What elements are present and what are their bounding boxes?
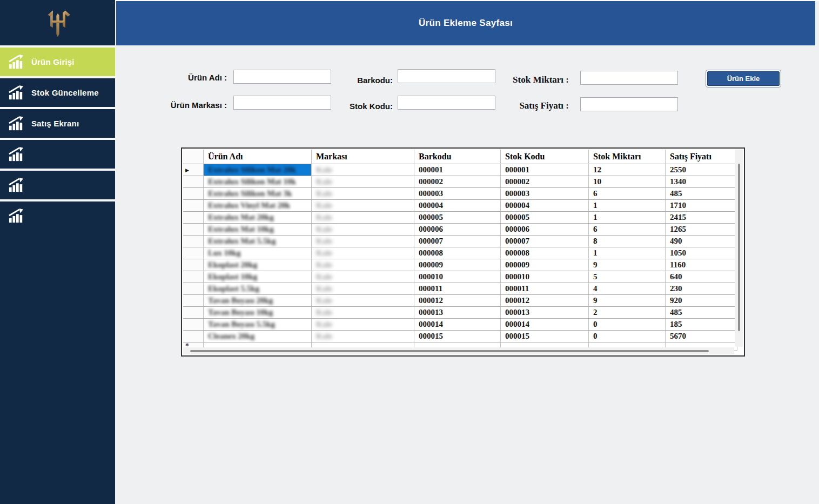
cell-markasi[interactable]: Kale: [312, 295, 414, 307]
cell-stok-miktari[interactable]: 6: [589, 224, 666, 236]
cell-stok-kodu[interactable]: 000006: [501, 224, 589, 236]
row-header-cell[interactable]: [183, 176, 204, 188]
sidebar-item-5[interactable]: [0, 169, 115, 199]
cell-stok-kodu[interactable]: 000013: [501, 307, 589, 319]
cell-stok-kodu[interactable]: 000015: [501, 331, 589, 342]
row-header-cell[interactable]: [183, 331, 204, 342]
cell-satis-fiyati[interactable]: 1050: [666, 247, 737, 259]
cell-markasi[interactable]: Kale: [312, 283, 414, 295]
cell-stok-miktari[interactable]: 5: [589, 271, 666, 283]
cell-markasi[interactable]: Kale: [312, 271, 414, 283]
cell-stok-miktari[interactable]: 10: [589, 176, 666, 188]
cell-stok-kodu[interactable]: 000004: [501, 200, 589, 212]
stok-kodu-input[interactable]: [398, 96, 495, 110]
cell-satis-fiyati[interactable]: 2415: [666, 212, 737, 224]
row-header-cell[interactable]: [183, 259, 204, 271]
column-header-stok-miktari[interactable]: Stok Miktarı: [589, 150, 666, 164]
cell-stok-kodu[interactable]: 000010: [501, 271, 589, 283]
cell-markasi[interactable]: Kale: [312, 224, 414, 236]
cell-urun-adi[interactable]: Extralux Silikon Mat 10k: [204, 176, 312, 188]
cell-stok-kodu[interactable]: 000008: [501, 247, 589, 259]
cell-barkodu[interactable]: 000001: [414, 164, 501, 176]
cell-barkodu[interactable]: 000006: [414, 224, 501, 236]
row-header-cell[interactable]: ▶: [183, 164, 204, 176]
cell-stok-kodu[interactable]: 000005: [501, 212, 589, 224]
cell-barkodu[interactable]: 000008: [414, 247, 501, 259]
cell-urun-adi[interactable]: Lux 10kg: [204, 247, 312, 259]
cell-urun-adi[interactable]: Ekoplast 10kg: [204, 271, 312, 283]
cell-urun-adi[interactable]: Tavan Boyası 5.5kg: [204, 319, 312, 331]
row-header-cell[interactable]: [183, 200, 204, 212]
cell-urun-adi[interactable]: Ekoplast 5.5kg: [204, 283, 312, 295]
row-header-cell[interactable]: [183, 224, 204, 236]
sidebar-item-6[interactable]: [0, 199, 115, 230]
cell-markasi[interactable]: Kale: [312, 176, 414, 188]
cell-urun-adi[interactable]: Ekoplast 20kg: [204, 259, 312, 271]
cell-stok-miktari[interactable]: 4: [589, 283, 666, 295]
cell-barkodu[interactable]: 000010: [414, 271, 501, 283]
cell-satis-fiyati[interactable]: 5670: [666, 331, 737, 342]
cell-barkodu[interactable]: 000003: [414, 188, 501, 200]
cell-barkodu[interactable]: 000013: [414, 307, 501, 319]
cell-markasi[interactable]: Kale: [312, 331, 414, 342]
satis-fiyati-input[interactable]: [580, 97, 678, 111]
cell-barkodu[interactable]: 000002: [414, 176, 501, 188]
barkodu-input[interactable]: [398, 69, 495, 83]
cell-stok-miktari[interactable]: 9: [589, 295, 666, 307]
column-header-satis-fiyati[interactable]: Satış Fiyatı: [666, 150, 737, 164]
cell-barkodu[interactable]: 000009: [414, 259, 501, 271]
cell-stok-kodu[interactable]: 000007: [501, 236, 589, 247]
cell-stok-miktari[interactable]: 8: [589, 236, 666, 247]
cell-urun-adi[interactable]: Extralux Silikon Mat 3k: [204, 188, 312, 200]
cell-barkodu[interactable]: 000007: [414, 236, 501, 247]
cell-markasi[interactable]: Kale: [312, 259, 414, 271]
row-header-cell[interactable]: [183, 271, 204, 283]
cell-barkodu[interactable]: 000004: [414, 200, 501, 212]
cell-satis-fiyati[interactable]: 1340: [666, 176, 737, 188]
cell-stok-kodu[interactable]: 000011: [501, 283, 589, 295]
cell-urun-adi[interactable]: Tavan Boyası 10kg: [204, 307, 312, 319]
cell-satis-fiyati[interactable]: 1265: [666, 224, 737, 236]
cell-urun-adi[interactable]: Extralux Mat 5.5kg: [204, 236, 312, 247]
cell-stok-kodu[interactable]: 000003: [501, 188, 589, 200]
cell-stok-miktari[interactable]: 1: [589, 247, 666, 259]
cell-barkodu[interactable]: 000005: [414, 212, 501, 224]
cell-satis-fiyati[interactable]: 1160: [666, 259, 737, 271]
cell-markasi[interactable]: Kale: [312, 188, 414, 200]
row-header-cell[interactable]: [183, 212, 204, 224]
cell-satis-fiyati[interactable]: 1710: [666, 200, 737, 212]
cell-urun-adi[interactable]: Extralux Mat 10kg: [204, 224, 312, 236]
column-header-urun-adi[interactable]: Ürün Adı: [204, 150, 312, 164]
horizontal-scrollbar-thumb[interactable]: [190, 350, 709, 352]
cell-satis-fiyati[interactable]: 485: [666, 188, 737, 200]
cell-stok-miktari[interactable]: 1: [589, 212, 666, 224]
stok-miktari-input[interactable]: [580, 71, 678, 85]
cell-stok-kodu[interactable]: 000012: [501, 295, 589, 307]
urun-adi-input[interactable]: [233, 70, 331, 84]
cell-stok-miktari[interactable]: 12: [589, 164, 666, 176]
cell-markasi[interactable]: Kale: [312, 307, 414, 319]
row-header-cell[interactable]: [183, 307, 204, 319]
cell-barkodu[interactable]: 000011: [414, 283, 501, 295]
cell-satis-fiyati[interactable]: 490: [666, 236, 737, 247]
cell-satis-fiyati[interactable]: 2550: [666, 164, 737, 176]
cell-markasi[interactable]: Kale: [312, 247, 414, 259]
row-header-cell[interactable]: [183, 283, 204, 295]
cell-markasi[interactable]: Kale: [312, 236, 414, 247]
cell-stok-miktari[interactable]: 1: [589, 200, 666, 212]
urun-markasi-input[interactable]: [233, 96, 331, 110]
vertical-scrollbar[interactable]: [735, 150, 743, 347]
cell-stok-kodu[interactable]: 000009: [501, 259, 589, 271]
row-header-cell[interactable]: [183, 236, 204, 247]
cell-urun-adi[interactable]: Cleanex 20kg: [204, 331, 312, 342]
cell-barkodu[interactable]: 000015: [414, 331, 501, 342]
urun-ekle-button[interactable]: Ürün Ekle: [707, 71, 780, 86]
cell-markasi[interactable]: Kale: [312, 164, 414, 176]
cell-urun-adi[interactable]: Extralux Vinyl Mat 20k: [204, 200, 312, 212]
cell-stok-miktari[interactable]: 0: [589, 331, 666, 342]
cell-markasi[interactable]: Kale: [312, 212, 414, 224]
row-header-cell[interactable]: [183, 295, 204, 307]
cell-stok-miktari[interactable]: 9: [589, 259, 666, 271]
cell-stok-miktari[interactable]: 6: [589, 188, 666, 200]
horizontal-scrollbar[interactable]: [183, 347, 734, 354]
